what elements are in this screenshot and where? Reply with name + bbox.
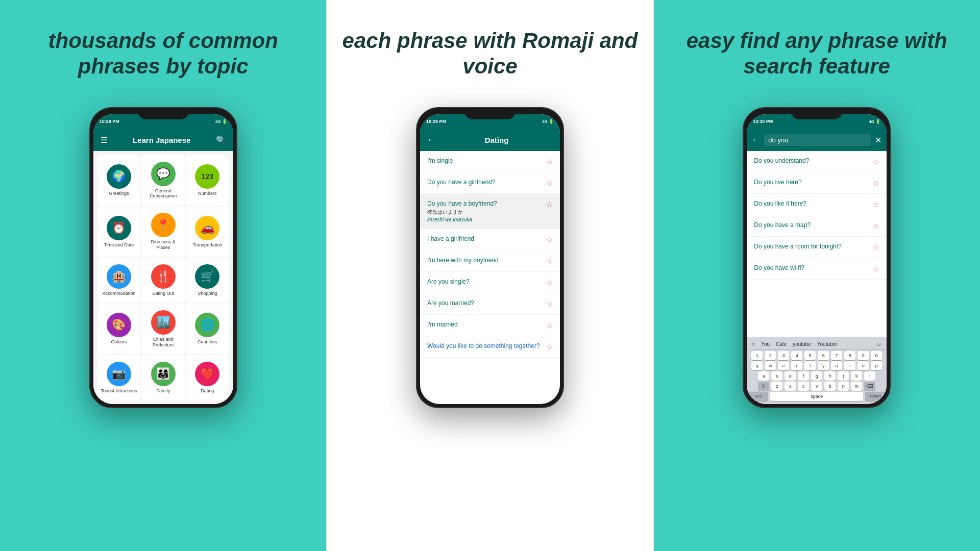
key-h[interactable]: h xyxy=(824,371,836,381)
key-y[interactable]: y xyxy=(818,361,829,370)
key-a[interactable]: a xyxy=(758,371,769,381)
key-v[interactable]: v xyxy=(811,382,822,391)
key-p[interactable]: p xyxy=(871,361,882,370)
star-room[interactable]: ☆ xyxy=(873,243,879,252)
phrase-girlfriend-q[interactable]: Do you have a girlfriend? ☆ xyxy=(420,172,560,194)
panel3-heading: easy find any phrase with search feature xyxy=(654,0,980,102)
phrase-have-girlfriend[interactable]: I have a girlfriend ☆ xyxy=(420,229,560,251)
key-m[interactable]: m xyxy=(851,382,862,391)
category-accommodation[interactable]: 🏨 Accommodation xyxy=(97,258,141,303)
key-3[interactable]: 3 xyxy=(778,351,789,360)
key-t[interactable]: t xyxy=(804,361,816,370)
key-k[interactable]: k xyxy=(851,371,862,381)
star-understand[interactable]: ☆ xyxy=(873,158,879,166)
star-boyfriend-q[interactable]: ☆ xyxy=(546,201,553,209)
result-like[interactable]: Do you like it here? ☆ xyxy=(747,194,887,215)
category-cities[interactable]: 🏙️ Cities and Prefecture xyxy=(141,304,185,354)
star-are-married[interactable]: ☆ xyxy=(546,300,553,308)
key-r[interactable]: r xyxy=(791,361,802,370)
search-icon[interactable]: 🔍 xyxy=(216,135,226,145)
key-7[interactable]: 7 xyxy=(831,351,842,360)
phrase-boyfriend-q[interactable]: Do you have a boyfriend? 彼氏はいますか kareshi… xyxy=(420,194,560,229)
category-tourist[interactable]: 📷 Tourist Attractions xyxy=(97,355,141,400)
phone3-search-header: ← ✕ xyxy=(747,129,887,151)
category-time[interactable]: ⏰ Time and Date xyxy=(97,207,141,257)
category-shopping[interactable]: 🛒 Shopping xyxy=(186,258,229,303)
star-im-married[interactable]: ☆ xyxy=(546,321,553,330)
key-return[interactable]: return xyxy=(865,392,886,401)
key-b[interactable]: b xyxy=(824,382,836,391)
key-z[interactable]: z xyxy=(771,382,782,391)
category-transport[interactable]: 🚗 Transportation xyxy=(186,207,229,257)
result-map[interactable]: Do you have a map? ☆ xyxy=(747,215,887,237)
category-dating[interactable]: ❤️ Dating xyxy=(186,355,229,400)
back-icon[interactable]: ← xyxy=(427,135,435,144)
key-backspace[interactable]: ⌫ xyxy=(864,382,875,391)
key-6[interactable]: 6 xyxy=(818,351,829,360)
result-wifi[interactable]: Do you have wi-fi? ☆ xyxy=(747,258,887,280)
category-general[interactable]: 💬 General Conversation xyxy=(141,155,185,206)
star-map[interactable]: ☆ xyxy=(873,222,879,230)
phone2-screen: 10:29 PM 4G 🔋 ← Dating I'm single ☆ xyxy=(420,114,560,404)
result-room[interactable]: Do you have a room for tonight? ☆ xyxy=(747,237,887,258)
category-family[interactable]: 👨‍👩‍👧 Family xyxy=(141,355,185,400)
menu-icon[interactable]: ☰ xyxy=(101,135,108,145)
category-countries[interactable]: 🌐 Countries xyxy=(186,304,229,354)
star-would-like[interactable]: ☆ xyxy=(546,343,553,351)
key-q[interactable]: q xyxy=(751,361,763,370)
star-have-girlfriend[interactable]: ☆ xyxy=(546,236,553,244)
phrase-japanese: 彼氏はいますか xyxy=(427,209,497,216)
key-j[interactable]: j xyxy=(838,371,849,381)
phrase-are-married[interactable]: Are you married? ☆ xyxy=(420,293,560,315)
category-greetings[interactable]: 🌍 Greetings xyxy=(97,155,141,206)
key-n[interactable]: n xyxy=(838,382,849,391)
category-colours[interactable]: 🎨 Colours xyxy=(97,304,141,354)
key-1[interactable]: 1 xyxy=(751,351,763,360)
phone3-screen: 10:30 PM 4G 🔋 ← ✕ Do you understand? ☆ xyxy=(747,114,887,404)
star-boyfriend-here[interactable]: ☆ xyxy=(546,257,553,265)
phrase-boyfriend-here[interactable]: I'm here with my boyfriend ☆ xyxy=(420,251,560,272)
phone2-app-header: ← Dating xyxy=(420,129,560,151)
key-e[interactable]: e xyxy=(778,361,789,370)
key-i[interactable]: i xyxy=(844,361,855,370)
search-input[interactable] xyxy=(764,134,871,146)
category-eating[interactable]: 🍴 Eating Out xyxy=(141,258,185,303)
key-l[interactable]: l xyxy=(864,371,875,381)
phrase-would-like[interactable]: Would you like to do something together?… xyxy=(420,336,560,358)
category-directions[interactable]: 📍 Directions & Places xyxy=(141,207,185,257)
phrase-have-girlfriend-text: I have a girlfriend xyxy=(427,235,542,242)
key-space[interactable]: space xyxy=(770,392,863,401)
key-g[interactable]: g xyxy=(811,371,822,381)
star-live[interactable]: ☆ xyxy=(873,179,879,187)
key-f[interactable]: f xyxy=(798,371,809,381)
key-o[interactable]: o xyxy=(857,361,869,370)
star-wifi[interactable]: ☆ xyxy=(873,265,879,273)
category-numbers[interactable]: 123 Numbers xyxy=(186,155,229,206)
key-2[interactable]: 2 xyxy=(765,351,776,360)
key-u[interactable]: u xyxy=(831,361,842,370)
key-5[interactable]: 5 xyxy=(804,351,816,360)
panel-romaji: each phrase with Romaji and voice 10:29 … xyxy=(326,0,653,551)
close-search-icon[interactable]: ✕ xyxy=(875,135,881,145)
key-4[interactable]: 4 xyxy=(791,351,802,360)
star-single[interactable]: ☆ xyxy=(546,158,553,166)
key-d[interactable]: d xyxy=(785,371,796,381)
phrase-im-married[interactable]: I'm married ☆ xyxy=(420,315,560,336)
phone3-back-icon[interactable]: ← xyxy=(752,135,760,144)
star-like[interactable]: ☆ xyxy=(873,201,879,209)
star-are-single[interactable]: ☆ xyxy=(546,279,553,287)
phrase-are-single[interactable]: Are you single? ☆ xyxy=(420,272,560,293)
key-c[interactable]: c xyxy=(798,382,809,391)
result-live[interactable]: Do you live here? ☆ xyxy=(747,172,887,194)
key-123[interactable]: 123 xyxy=(748,392,768,401)
key-0[interactable]: 0 xyxy=(871,351,882,360)
key-x[interactable]: x xyxy=(785,382,796,391)
key-w[interactable]: w xyxy=(765,361,776,370)
result-understand[interactable]: Do you understand? ☆ xyxy=(747,151,887,172)
star-girlfriend-q[interactable]: ☆ xyxy=(546,179,553,187)
key-9[interactable]: 9 xyxy=(857,351,869,360)
key-8[interactable]: 8 xyxy=(844,351,855,360)
key-s[interactable]: s xyxy=(771,371,782,381)
key-shift[interactable]: ⇧ xyxy=(758,382,769,391)
phrase-single[interactable]: I'm single ☆ xyxy=(420,151,560,172)
